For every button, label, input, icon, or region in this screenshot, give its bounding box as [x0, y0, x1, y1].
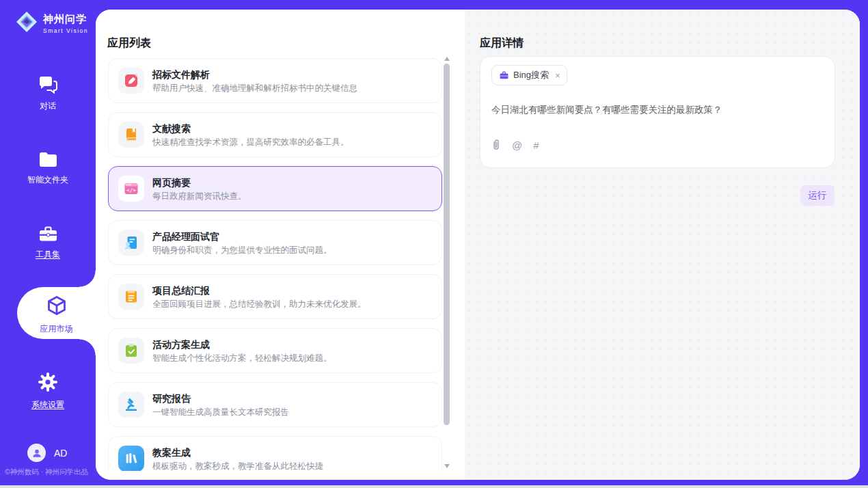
app-list-item-bid-analysis[interactable]: 招标文件解析 帮助用户快速、准确地理解和解析招标书中的关键信息	[108, 58, 442, 103]
books-icon	[118, 446, 144, 471]
app-desc: 明确身份和职责，为您提供专业性的面试问题。	[152, 245, 332, 256]
app-desc: 快速精准查找学术资源，提高研究效率的必备工具。	[152, 137, 349, 148]
microscope-icon	[118, 392, 144, 418]
app-name: 产品经理面试官	[152, 230, 332, 243]
copyright-text: ©神州数码 · 神州问学出品	[5, 467, 88, 477]
app-list-scrollbar	[443, 55, 451, 470]
app-list-item-literature-search[interactable]: 文献搜索 快速精准查找学术资源，提高研究效率的必备工具。	[108, 112, 442, 157]
sidebar-item-toolset[interactable]: 工具集	[0, 226, 96, 260]
app-list-item-lesson-plan[interactable]: 教案生成 模板驱动，教案秒成，教学准备从此轻松快捷	[108, 436, 442, 471]
app-list-item-event-plan[interactable]: 活动方案生成 智能生成个性化活动方案，轻松解决规划难题。	[108, 328, 442, 373]
cube-icon	[44, 294, 69, 321]
note-icon	[118, 284, 144, 310]
run-button[interactable]: 运行	[800, 185, 835, 206]
app-desc: 模板驱动，教案秒成，教学准备从此轻松快捷	[152, 461, 323, 472]
app-name: 研究报告	[152, 392, 289, 405]
app-name: 项目总结汇报	[152, 284, 366, 297]
app-name: 招标文件解析	[152, 68, 357, 81]
app-list-item-project-summary[interactable]: 项目总结汇报 全面回顾项目进展，总结经验教训，助力未来优化发展。	[108, 274, 442, 319]
sidebar-item-label: 系统设置	[0, 399, 96, 411]
app-name: 活动方案生成	[152, 338, 332, 351]
brand-name: 神州问学	[43, 13, 87, 25]
chip-close-icon[interactable]: ×	[555, 70, 560, 81]
app-desc: 帮助用户快速、准确地理解和解析招标书中的关键信息	[152, 83, 357, 94]
paperclip-icon[interactable]	[491, 139, 501, 151]
scrollbar-down-arrow-icon[interactable]	[444, 464, 450, 468]
app-desc: 一键智能生成高质量长文本研究报告	[152, 407, 289, 418]
sidebar-item-app-market[interactable]: 应用市场	[17, 287, 96, 339]
edit-square-icon	[118, 68, 144, 94]
app-list-panel: 应用列表 招标文件解析 帮助用户快速、准确地理解和解析招标书中的关键信息	[96, 10, 465, 480]
book-icon	[118, 122, 144, 148]
prompt-card[interactable]: Bing搜索 × 今日湖北有哪些新闻要点？有哪些需要关注的最新政策？ @ #	[480, 56, 835, 168]
sidebar-item-label: 对话	[0, 100, 96, 112]
chat-icon	[38, 84, 57, 96]
app-desc: 全面回顾项目进展，总结经验教训，助力未来优化发展。	[152, 299, 366, 310]
app-detail-panel: 应用详情 Bing搜索 × 今日湖北有哪些新闻要点？有哪些需要关注的最新政策？	[465, 10, 860, 480]
attachment-toolbar: @ #	[491, 139, 539, 151]
app-name: 文献搜索	[152, 122, 349, 135]
avatar	[27, 444, 46, 462]
app-list-item-web-summary[interactable]: </> 网页摘要 每日政府新闻资讯快查。	[108, 166, 442, 211]
scrollbar-up-arrow-icon[interactable]	[444, 57, 450, 61]
clipboard-check-icon	[118, 338, 144, 364]
user-name: AD	[54, 448, 67, 459]
user-account[interactable]: AD	[27, 444, 67, 462]
scrollbar-thumb[interactable]	[444, 64, 450, 425]
tool-chip-bing-search[interactable]: Bing搜索 ×	[491, 65, 567, 85]
app-desc: 每日政府新闻资讯快查。	[152, 191, 247, 202]
app-list-title: 应用列表	[107, 36, 151, 51]
query-text[interactable]: 今日湖北有哪些新闻要点？有哪些需要关注的最新政策？	[491, 103, 819, 116]
sidebar-item-label: 工具集	[0, 249, 96, 260]
app-list-item-research-report[interactable]: 研究报告 一键智能生成高质量长文本研究报告	[108, 382, 442, 427]
app-list: 招标文件解析 帮助用户快速、准确地理解和解析招标书中的关键信息 文献搜索 快速精…	[108, 58, 442, 471]
app-desc: 智能生成个性化活动方案，轻松解决规划难题。	[152, 353, 332, 364]
sidebar-item-smart-folder[interactable]: 智能文件夹	[0, 152, 96, 186]
app-name: 网页摘要	[152, 176, 247, 189]
app-list-item-pm-interviewer[interactable]: 产品经理面试官 明确身份和职责，为您提供专业性的面试问题。	[108, 220, 442, 265]
browser-code-icon: </>	[118, 176, 144, 202]
app-detail-title: 应用详情	[480, 36, 524, 51]
sidebar-item-settings[interactable]: 系统设置	[0, 372, 96, 411]
hashtag-icon[interactable]: #	[533, 140, 539, 150]
svg-text:</>: </>	[126, 187, 136, 193]
folder-icon	[39, 158, 57, 170]
mention-icon[interactable]: @	[512, 140, 522, 150]
briefcase-icon	[499, 70, 509, 81]
active-tab-notch-bottom	[79, 339, 96, 355]
brand-subtitle: Smart Vision	[43, 27, 88, 34]
toolbox-icon	[39, 232, 57, 244]
brand-logo: 神州问学 Smart Vision	[15, 10, 88, 36]
gear-icon	[38, 383, 58, 394]
main-panel: 应用列表 招标文件解析 帮助用户快速、准确地理解和解析招标书中的关键信息	[96, 10, 860, 480]
diamond-logo-icon	[15, 10, 38, 36]
sidebar-item-label: 智能文件夹	[0, 174, 96, 186]
interviewer-icon	[118, 230, 144, 256]
tool-chip-label: Bing搜索	[513, 69, 549, 81]
sidebar-item-label: 应用市场	[17, 323, 96, 335]
sidebar: 神州问学 Smart Vision 对话 智能文件夹	[0, 0, 96, 485]
sidebar-item-chat[interactable]: 对话	[0, 77, 96, 112]
app-name: 教案生成	[152, 446, 323, 459]
active-tab-notch-top	[79, 271, 96, 287]
